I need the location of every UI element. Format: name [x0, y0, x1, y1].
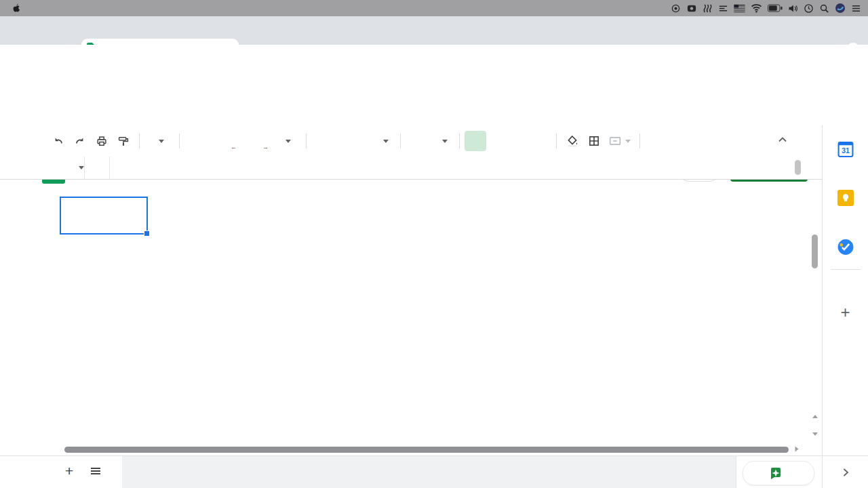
- vertical-scrollbar-thumb[interactable]: [812, 235, 818, 268]
- all-sheets-button[interactable]: [90, 466, 102, 480]
- increase-decimals-arrow-icon: →: [262, 144, 269, 150]
- screen-mirror-icon[interactable]: [686, 3, 697, 14]
- explore-area: [736, 456, 822, 488]
- name-box[interactable]: [0, 166, 84, 169]
- google-side-panel: 31 +: [822, 125, 868, 455]
- increase-decimals-button[interactable]: →: [250, 131, 271, 151]
- more-toolbar-button[interactable]: [645, 131, 667, 151]
- fill-color-button[interactable]: [561, 131, 583, 151]
- assistant-icon[interactable]: [835, 3, 846, 14]
- expand-sidepanel-icon[interactable]: [840, 467, 851, 478]
- sidepanel-divider: [831, 269, 861, 270]
- divider: [84, 157, 85, 179]
- strikethrough-button[interactable]: [508, 131, 530, 151]
- waves-icon[interactable]: [703, 3, 713, 14]
- macos-menubar: [0, 0, 868, 16]
- toolbar-separator: [639, 134, 640, 148]
- decrease-decimals-arrow-icon: ←: [231, 144, 237, 150]
- toolbar-separator: [306, 134, 307, 148]
- zoom-select[interactable]: [144, 131, 174, 151]
- redo-button[interactable]: [69, 131, 91, 151]
- decrease-decimals-button[interactable]: ←: [228, 131, 250, 151]
- keyboard-flag-icon[interactable]: [734, 4, 745, 13]
- battery-icon[interactable]: [768, 4, 783, 12]
- sheet-tab-bar: +: [0, 455, 868, 488]
- explore-button[interactable]: [743, 461, 814, 485]
- italic-button[interactable]: [486, 131, 508, 151]
- undo-button[interactable]: [47, 131, 69, 151]
- scroll-right-button[interactable]: [792, 444, 802, 453]
- number-format-menu[interactable]: [271, 131, 301, 151]
- calendar-icon[interactable]: 31: [837, 141, 854, 161]
- selection-fill-handle[interactable]: [144, 230, 150, 237]
- print-button[interactable]: [91, 131, 113, 151]
- mini-scrollbar-thumb[interactable]: [795, 160, 801, 175]
- chrome-url-bar: ← → ↻ ⋮: [0, 45, 868, 71]
- font-family-select[interactable]: [311, 131, 395, 151]
- chrome-tab-strip: × +: [0, 16, 868, 45]
- text-color-button[interactable]: [530, 131, 551, 151]
- wifi-icon[interactable]: [751, 3, 762, 13]
- sheets-toolbar: ← →: [0, 125, 822, 157]
- sheets-header: [0, 70, 868, 125]
- toolbar-separator: [400, 134, 401, 148]
- keep-icon[interactable]: [837, 190, 854, 209]
- selection-outline: [60, 197, 148, 235]
- record-icon[interactable]: [671, 3, 681, 14]
- horizontal-scrollbar-thumb[interactable]: [64, 447, 789, 453]
- tasks-icon[interactable]: [837, 239, 854, 258]
- add-sheet-button[interactable]: +: [65, 463, 73, 479]
- divider: [109, 157, 110, 179]
- font-size-select[interactable]: [406, 131, 454, 151]
- control-center-icon[interactable]: [851, 4, 861, 13]
- toolbar-separator: [139, 134, 140, 148]
- merge-cells-button[interactable]: [605, 131, 635, 151]
- scroll-up-button[interactable]: [810, 409, 820, 423]
- format-currency-button[interactable]: [184, 131, 206, 151]
- spotlight-icon[interactable]: [819, 3, 829, 14]
- menubar-status-icons: [671, 0, 861, 16]
- borders-button[interactable]: [583, 131, 605, 151]
- volume-icon[interactable]: [788, 4, 798, 13]
- scroll-down-button[interactable]: [810, 427, 820, 441]
- toolbar-separator: [556, 134, 557, 148]
- collapse-toolbar-icon[interactable]: [777, 134, 788, 148]
- sheet-tabs-track: [122, 456, 736, 488]
- get-addons-button[interactable]: +: [840, 303, 850, 322]
- bold-button[interactable]: [465, 131, 486, 151]
- format-percent-button[interactable]: [206, 131, 228, 151]
- clock-icon[interactable]: [804, 3, 814, 14]
- svg-text:31: 31: [842, 147, 850, 155]
- screen: × + ← → ↻ ⋮: [0, 0, 868, 488]
- explore-icon: [769, 466, 783, 480]
- name-box-caret[interactable]: [79, 166, 84, 169]
- formula-bar: [0, 157, 822, 180]
- toolbar-separator: [459, 134, 460, 148]
- paint-format-button[interactable]: [113, 131, 134, 151]
- sidebar-list-icon[interactable]: [718, 3, 728, 14]
- sidepanel-footer: [822, 456, 868, 488]
- apple-icon[interactable]: [0, 3, 25, 14]
- toolbar-separator: [179, 134, 180, 148]
